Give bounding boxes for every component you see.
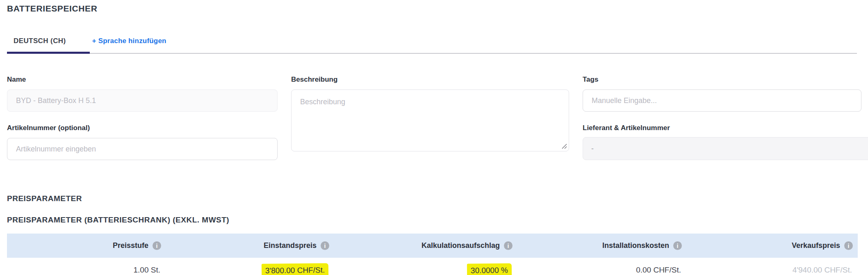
resize-handle-icon[interactable]	[562, 143, 567, 149]
artikelnummer-label: Artikelnummer (optional)	[7, 124, 278, 131]
artikelnummer-input[interactable]	[7, 138, 278, 160]
cell-kalkulationsaufschlag: 30.0000 %	[334, 258, 517, 275]
beschreibung-textarea[interactable]	[291, 89, 569, 151]
cell-einstandspreis: 3'800.00 CHF/St.	[166, 258, 334, 275]
field-artikelnummer: Artikelnummer (optional)	[7, 124, 278, 160]
add-language-label: + Sprache hinzufügen	[92, 37, 166, 45]
beschreibung-label: Beschreibung	[291, 76, 569, 83]
field-lieferant: Lieferant & Artikelnummer -	[583, 124, 861, 160]
column-header-preisstufe: Preisstufe i	[7, 234, 166, 258]
info-icon[interactable]: i	[504, 241, 513, 250]
cell-preisstufe: 1.00 St.	[7, 258, 166, 275]
name-label: Name	[7, 76, 278, 83]
tab-label: DEUTSCH (CH)	[14, 37, 66, 45]
language-tab-bar: DEUTSCH (CH) + Sprache hinzufügen	[7, 29, 857, 54]
lieferant-value: -	[591, 144, 594, 153]
field-name: Name	[7, 76, 278, 112]
form-column-right: Tags Lieferant & Artikelnummer -	[583, 76, 861, 173]
form-column-left: Name Artikelnummer (optional)	[7, 76, 278, 173]
table-header-row: Preisstufe i Einstandspreis i Kalkulatio…	[7, 234, 858, 258]
column-header-kalkulationsaufschlag: Kalkulationsaufschlag i	[334, 234, 517, 258]
form-column-middle: Beschreibung	[291, 76, 569, 164]
tab-deutsch-ch[interactable]: DEUTSCH (CH)	[7, 29, 90, 53]
lieferant-value-box: -	[583, 137, 868, 160]
page-title: BATTERIESPEICHER	[7, 3, 868, 14]
column-label: Verkaufspreis	[792, 241, 840, 250]
column-label: Installationskosten	[602, 241, 669, 250]
info-icon[interactable]: i	[844, 241, 853, 250]
column-header-installationskosten: Installationskosten i	[517, 234, 687, 258]
preisparameter-subsection-title: PREISPARAMETER (BATTERIESCHRANK) (EXKL. …	[7, 216, 868, 224]
cell-verkaufspreis: 4'940.00 CHF/St.	[687, 258, 858, 275]
column-label: Preisstufe	[113, 241, 148, 250]
table-row: 1.00 St. 3'800.00 CHF/St. 30.0000 % 0.00…	[7, 258, 858, 275]
add-language-button[interactable]: + Sprache hinzufügen	[91, 29, 168, 53]
highlighted-value: 3'800.00 CHF/St.	[262, 263, 328, 275]
column-label: Einstandspreis	[264, 241, 317, 250]
product-form: Name Artikelnummer (optional) Beschreibu…	[7, 76, 868, 173]
column-header-einstandspreis: Einstandspreis i	[166, 234, 334, 258]
price-parameter-table: Preisstufe i Einstandspreis i Kalkulatio…	[7, 234, 858, 275]
tags-label: Tags	[583, 76, 861, 83]
highlighted-value: 30.0000 %	[467, 263, 512, 275]
tags-input[interactable]	[583, 89, 861, 112]
column-header-verkaufspreis: Verkaufspreis i	[687, 234, 858, 258]
info-icon[interactable]: i	[153, 241, 161, 250]
field-beschreibung: Beschreibung	[291, 76, 569, 151]
column-label: Kalkulationsaufschlag	[421, 241, 500, 250]
name-input	[7, 89, 278, 112]
product-edit-page: BATTERIESPEICHER DEUTSCH (CH) + Sprache …	[0, 0, 868, 275]
lieferant-label: Lieferant & Artikelnummer	[583, 124, 861, 131]
info-icon[interactable]: i	[321, 241, 329, 250]
preisparameter-section-title: PREISPARAMETER	[7, 195, 868, 202]
cell-installationskosten: 0.00 CHF/St.	[517, 258, 687, 275]
info-icon[interactable]: i	[673, 241, 682, 250]
field-tags: Tags	[583, 76, 861, 112]
